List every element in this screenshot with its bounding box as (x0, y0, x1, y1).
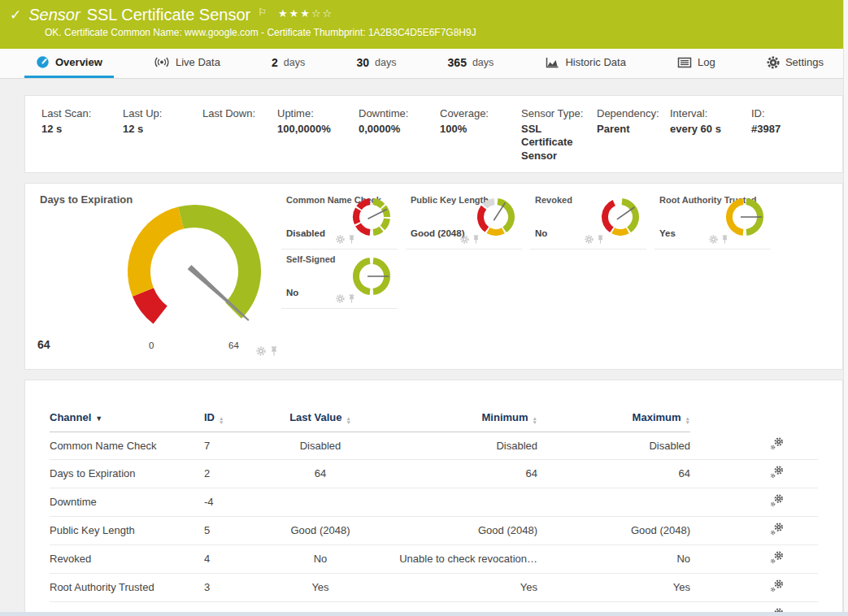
gear-icon[interactable] (336, 235, 345, 244)
tab-log[interactable]: Log (666, 49, 727, 78)
sensor-header: ✓ Sensor SSL Certificate Sensor ⚐ ★★★☆☆ … (0, 0, 848, 49)
pin-icon[interactable] (270, 346, 278, 356)
pin-icon[interactable] (348, 294, 355, 303)
cell-minimum: 64 (388, 460, 537, 488)
cell-last-value: Good (2048) (253, 517, 388, 545)
tab-historic-data[interactable]: Historic Data (533, 49, 637, 78)
sort-icon: ▲▼ (219, 416, 224, 424)
cell-last-value: Disabled (253, 432, 388, 460)
gauges-panel: Days to Expiration 0 64 64 Common Name C… (24, 183, 843, 370)
column-header-minimum[interactable]: Minimum▲▼ (388, 408, 537, 432)
gauge-revoked: Revoked No (530, 190, 646, 249)
info-last-scan: Last Scan: 12 s (41, 107, 123, 163)
gear-icon[interactable] (585, 235, 594, 244)
channel-settings-icon[interactable] (770, 466, 784, 479)
channel-settings-icon[interactable] (770, 551, 784, 564)
sort-icon: ▲▼ (346, 416, 350, 424)
sort-icon: ▲▼ (685, 416, 690, 424)
info-value: Parent (597, 123, 662, 136)
tab-unit: days (375, 57, 396, 68)
cell-channel: Root Authority Trusted (50, 574, 204, 602)
gauge-needle (494, 202, 505, 220)
info-coverage: Coverage: 100% (440, 107, 521, 163)
cell-id: -4 (204, 488, 253, 517)
column-header-id[interactable]: ID▲▼ (204, 408, 253, 432)
cell-settings (690, 460, 818, 488)
tab-number: 365 (448, 56, 467, 69)
column-label: Last Value (289, 411, 341, 423)
column-header-channel[interactable]: Channel▼ (50, 408, 204, 432)
gauge-actions (585, 235, 604, 244)
column-label: ID (204, 411, 215, 423)
gauge-donut (352, 257, 391, 296)
gear-icon[interactable] (336, 294, 345, 303)
tab-overview[interactable]: Overview (24, 49, 114, 78)
column-header-maximum[interactable]: Maximum▲▼ (537, 408, 690, 432)
flag-icon[interactable]: ⚐ (258, 7, 267, 18)
tab-2-days[interactable]: 2 days (260, 49, 316, 78)
channel-table-panel: Channel▼ID▲▼Last Value▲▼Minimum▲▼Maximum… (24, 380, 843, 616)
cell-id: 4 (204, 545, 253, 574)
table-row-common-name-check: Common Name Check 7 Disabled Disabled Di… (50, 432, 818, 460)
info-label: ID: (751, 107, 842, 119)
gauge-actions (336, 235, 355, 244)
column-header-last-value[interactable]: Last Value▲▼ (253, 408, 388, 432)
cell-maximum: No (537, 545, 690, 574)
info-value: 100,0000% (277, 123, 342, 136)
gear-icon[interactable] (460, 235, 469, 244)
channel-table: Channel▼ID▲▼Last Value▲▼Minimum▲▼Maximum… (50, 408, 818, 616)
info-value: 100% (440, 123, 505, 136)
tab-365-days[interactable]: 365 days (437, 49, 506, 78)
info-value: SSL Certificate Sensor (521, 123, 586, 163)
prtg-sensor-page: ✓ Sensor SSL Certificate Sensor ⚐ ★★★☆☆ … (0, 0, 848, 616)
chart-icon (545, 56, 559, 69)
info-label: Interval: (670, 107, 751, 119)
info-value: 12 s (41, 123, 107, 136)
info-label: Uptime: (277, 107, 359, 119)
channel-settings-icon[interactable] (770, 494, 784, 507)
gauge-donut (725, 197, 764, 236)
table-row-public-key-length: Public Key Length 5 Good (2048) Good (20… (50, 517, 818, 545)
gauge-value: Yes (659, 228, 676, 238)
cell-settings (690, 574, 818, 602)
cell-maximum (537, 488, 690, 517)
sort-desc-icon: ▼ (95, 414, 102, 423)
cell-settings (690, 517, 818, 545)
cell-last-value: Yes (253, 574, 388, 602)
gauge-actions (336, 294, 355, 303)
gauge-donut (601, 197, 640, 236)
channel-settings-icon[interactable] (770, 579, 784, 592)
info-label: Downtime: (359, 107, 440, 119)
pin-icon[interactable] (348, 235, 355, 244)
tab-live-data[interactable]: Live Data (142, 49, 232, 78)
star-rating[interactable]: ★★★☆☆ (278, 7, 333, 20)
scrollbar-track[interactable] (843, 0, 848, 616)
log-icon (677, 57, 692, 68)
channel-settings-icon[interactable] (770, 523, 784, 536)
sensor-info-panel: Last Scan: 12 sLast Up: 12 sLast Down: U… (24, 95, 843, 173)
status-ok-check-icon: ✓ (10, 7, 21, 24)
gauge-common-name-check: Common Name Check Disabled (281, 190, 398, 249)
info-downtime: Downtime: 0,0000% (359, 107, 440, 163)
tab-settings[interactable]: Settings (755, 49, 835, 78)
pin-icon[interactable] (721, 235, 728, 244)
gear-icon[interactable] (256, 346, 266, 356)
gauge-title: Self-Signed (286, 254, 336, 264)
tab-number: 30 (356, 56, 369, 69)
status-message: OK. Certificate Common Name: www.google.… (10, 27, 838, 38)
pin-icon[interactable] (472, 235, 480, 244)
cell-minimum: Good (2048) (388, 517, 537, 545)
channel-settings-icon[interactable] (770, 437, 784, 450)
tab-30-days[interactable]: 30 days (345, 49, 407, 78)
info-label: Sensor Type: (521, 107, 597, 119)
sort-icon: ▲▼ (533, 416, 537, 424)
info-interval: Interval: every 60 s (670, 107, 751, 163)
pin-icon[interactable] (597, 235, 604, 244)
gear-icon (767, 56, 780, 69)
channel-table-header-row: Channel▼ID▲▼Last Value▲▼Minimum▲▼Maximum… (50, 408, 818, 432)
info-label: Coverage: (440, 107, 521, 119)
live-icon (154, 56, 170, 68)
gear-icon[interactable] (709, 235, 718, 244)
main-gauge-scale-min: 0 (149, 341, 154, 350)
info-label: Last Scan: (41, 107, 123, 119)
